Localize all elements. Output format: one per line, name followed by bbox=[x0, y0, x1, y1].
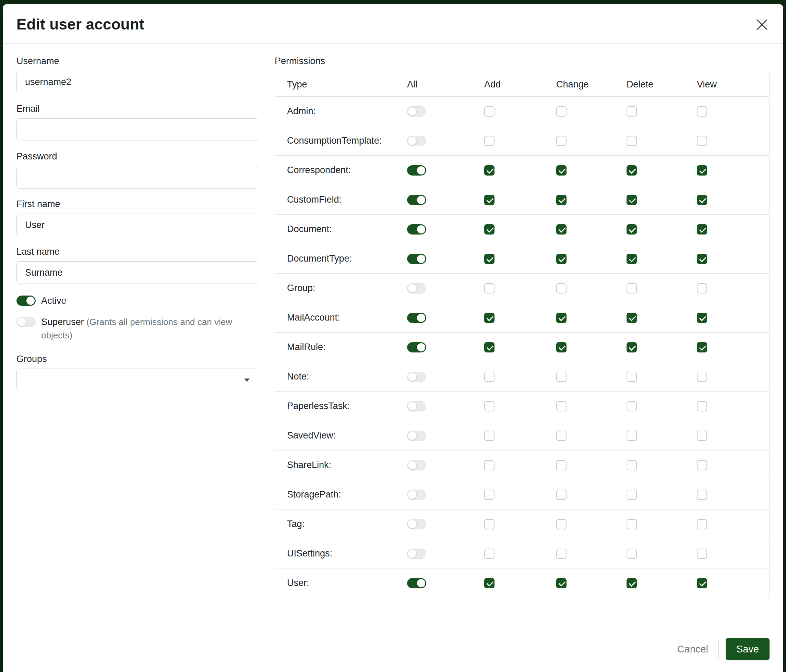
permission-delete-checkbox[interactable] bbox=[627, 549, 637, 559]
permission-all-toggle[interactable] bbox=[407, 165, 426, 176]
permission-view-checkbox[interactable] bbox=[697, 313, 707, 323]
permission-all-toggle[interactable] bbox=[407, 106, 426, 116]
permission-delete-checkbox[interactable] bbox=[627, 254, 637, 264]
permission-change-checkbox[interactable] bbox=[556, 342, 566, 352]
permission-add-checkbox[interactable] bbox=[484, 136, 495, 146]
permission-all-cell bbox=[407, 313, 484, 323]
permission-view-checkbox[interactable] bbox=[697, 460, 707, 470]
permission-all-toggle[interactable] bbox=[407, 254, 426, 264]
permission-add-checkbox[interactable] bbox=[484, 283, 495, 294]
password-input[interactable] bbox=[16, 166, 258, 188]
permission-view-checkbox[interactable] bbox=[697, 224, 707, 234]
permission-change-checkbox[interactable] bbox=[556, 224, 566, 234]
permission-all-cell bbox=[407, 136, 484, 146]
permission-add-checkbox[interactable] bbox=[484, 313, 495, 323]
permission-add-checkbox[interactable] bbox=[484, 195, 495, 205]
groups-select[interactable] bbox=[16, 369, 258, 391]
permission-change-checkbox[interactable] bbox=[556, 195, 566, 205]
permission-view-checkbox[interactable] bbox=[697, 106, 707, 116]
permission-change-checkbox[interactable] bbox=[556, 490, 566, 500]
permission-all-toggle[interactable] bbox=[407, 195, 426, 205]
permission-view-checkbox[interactable] bbox=[697, 490, 707, 500]
permission-delete-checkbox[interactable] bbox=[627, 490, 637, 500]
permission-all-toggle[interactable] bbox=[407, 342, 426, 352]
permission-add-checkbox[interactable] bbox=[484, 106, 495, 116]
superuser-toggle[interactable] bbox=[16, 317, 36, 327]
permission-delete-checkbox[interactable] bbox=[627, 372, 637, 382]
column-header-add: Add bbox=[484, 79, 556, 90]
permission-add-checkbox[interactable] bbox=[484, 165, 495, 176]
permission-all-toggle[interactable] bbox=[407, 372, 426, 382]
permission-view-checkbox[interactable] bbox=[697, 519, 707, 529]
permission-change-checkbox[interactable] bbox=[556, 519, 566, 529]
permission-delete-checkbox[interactable] bbox=[627, 519, 637, 529]
permission-view-checkbox[interactable] bbox=[697, 372, 707, 382]
permission-add-checkbox[interactable] bbox=[484, 460, 495, 470]
permission-all-toggle[interactable] bbox=[407, 431, 426, 441]
permission-delete-checkbox[interactable] bbox=[627, 578, 637, 588]
permission-delete-checkbox[interactable] bbox=[627, 460, 637, 470]
permission-add-checkbox[interactable] bbox=[484, 342, 495, 352]
permission-all-toggle[interactable] bbox=[407, 578, 426, 588]
permission-add-checkbox[interactable] bbox=[484, 254, 495, 264]
permission-delete-checkbox[interactable] bbox=[627, 165, 637, 176]
username-input[interactable] bbox=[16, 71, 258, 93]
permission-all-toggle[interactable] bbox=[407, 549, 426, 559]
permission-delete-checkbox[interactable] bbox=[627, 106, 637, 116]
permission-change-checkbox[interactable] bbox=[556, 431, 566, 441]
permission-change-checkbox[interactable] bbox=[556, 372, 566, 382]
permission-change-checkbox[interactable] bbox=[556, 578, 566, 588]
permission-delete-checkbox[interactable] bbox=[627, 283, 637, 294]
permission-delete-checkbox[interactable] bbox=[627, 401, 637, 411]
permission-view-checkbox[interactable] bbox=[697, 136, 707, 146]
permission-change-checkbox[interactable] bbox=[556, 549, 566, 559]
permission-delete-checkbox[interactable] bbox=[627, 195, 637, 205]
permission-view-checkbox[interactable] bbox=[697, 342, 707, 352]
first-name-input[interactable] bbox=[16, 214, 258, 236]
close-icon[interactable] bbox=[755, 17, 770, 32]
cancel-button[interactable]: Cancel bbox=[667, 638, 719, 660]
permission-view-checkbox[interactable] bbox=[697, 578, 707, 588]
permission-delete-checkbox[interactable] bbox=[627, 136, 637, 146]
permission-delete-checkbox[interactable] bbox=[627, 224, 637, 234]
permission-change-checkbox[interactable] bbox=[556, 401, 566, 411]
permission-view-checkbox[interactable] bbox=[697, 283, 707, 294]
permission-delete-checkbox[interactable] bbox=[627, 342, 637, 352]
permission-view-checkbox[interactable] bbox=[697, 431, 707, 441]
permission-change-checkbox[interactable] bbox=[556, 136, 566, 146]
permission-view-checkbox[interactable] bbox=[697, 401, 707, 411]
active-toggle[interactable] bbox=[16, 295, 36, 306]
permission-all-toggle[interactable] bbox=[407, 313, 426, 323]
permission-view-checkbox[interactable] bbox=[697, 549, 707, 559]
permission-change-checkbox[interactable] bbox=[556, 106, 566, 116]
permission-add-checkbox[interactable] bbox=[484, 490, 495, 500]
permission-add-checkbox[interactable] bbox=[484, 224, 495, 234]
permission-all-toggle[interactable] bbox=[407, 490, 426, 500]
permission-add-checkbox[interactable] bbox=[484, 519, 495, 529]
permission-add-checkbox[interactable] bbox=[484, 549, 495, 559]
permission-all-toggle[interactable] bbox=[407, 224, 426, 234]
permission-delete-cell bbox=[627, 313, 697, 323]
permission-change-checkbox[interactable] bbox=[556, 254, 566, 264]
permission-view-checkbox[interactable] bbox=[697, 195, 707, 205]
permission-add-checkbox[interactable] bbox=[484, 431, 495, 441]
permission-view-checkbox[interactable] bbox=[697, 165, 707, 176]
permission-all-toggle[interactable] bbox=[407, 136, 426, 146]
permission-change-checkbox[interactable] bbox=[556, 283, 566, 294]
save-button[interactable]: Save bbox=[726, 638, 770, 660]
permission-all-toggle[interactable] bbox=[407, 283, 426, 294]
permission-delete-checkbox[interactable] bbox=[627, 431, 637, 441]
permission-add-checkbox[interactable] bbox=[484, 578, 495, 588]
permission-all-toggle[interactable] bbox=[407, 460, 426, 470]
permission-add-checkbox[interactable] bbox=[484, 401, 495, 411]
permission-change-checkbox[interactable] bbox=[556, 165, 566, 176]
email-input[interactable] bbox=[16, 118, 258, 141]
permission-all-toggle[interactable] bbox=[407, 401, 426, 411]
permission-all-toggle[interactable] bbox=[407, 519, 426, 529]
permission-delete-checkbox[interactable] bbox=[627, 313, 637, 323]
permission-view-checkbox[interactable] bbox=[697, 254, 707, 264]
permission-change-checkbox[interactable] bbox=[556, 460, 566, 470]
permission-add-checkbox[interactable] bbox=[484, 372, 495, 382]
last-name-input[interactable] bbox=[16, 261, 258, 284]
permission-change-checkbox[interactable] bbox=[556, 313, 566, 323]
